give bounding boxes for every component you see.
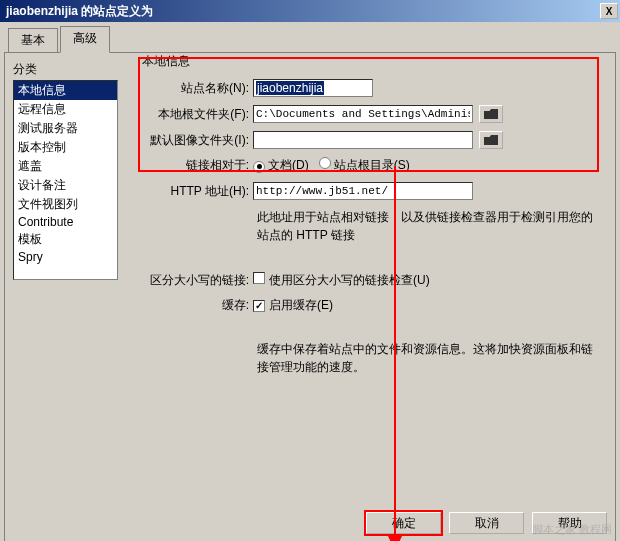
group-legend: 本地信息 bbox=[138, 53, 194, 70]
sidebar-item-spry[interactable]: Spry bbox=[14, 249, 117, 265]
cache-info-text: 缓存中保存着站点中的文件和资源信息。这将加快资源面板和链接管理功能的速度。 bbox=[257, 340, 599, 376]
radio-icon bbox=[319, 157, 331, 169]
radio-siteroot[interactable]: 站点根目录(S) bbox=[319, 157, 410, 174]
sidebar-item-cloak[interactable]: 遮盖 bbox=[14, 157, 117, 176]
radio-document[interactable]: 文档(D) bbox=[253, 157, 309, 174]
main-panel: 本地信息 站点名称(N): jiaobenzhijia 本地根文件夹(F): 默… bbox=[118, 61, 607, 494]
site-name-field[interactable]: jiaobenzhijia bbox=[253, 79, 373, 97]
default-img-field[interactable] bbox=[253, 131, 473, 149]
http-addr-label: HTTP 地址(H): bbox=[138, 183, 253, 200]
sidebar-item-template[interactable]: 模板 bbox=[14, 230, 117, 249]
sidebar-item-version[interactable]: 版本控制 bbox=[14, 138, 117, 157]
ok-button[interactable]: 确定 bbox=[366, 512, 441, 534]
sidebar-item-local[interactable]: 本地信息 bbox=[14, 81, 117, 100]
local-root-field[interactable] bbox=[253, 105, 473, 123]
checkbox-icon bbox=[253, 272, 265, 284]
cache-checkbox[interactable]: ✓启用缓存(E) bbox=[253, 297, 333, 314]
browse-img-button[interactable] bbox=[479, 131, 503, 149]
category-list[interactable]: 本地信息 远程信息 测试服务器 版本控制 遮盖 设计备注 文件视图列 Contr… bbox=[13, 80, 118, 280]
links-rel-label: 链接相对于: bbox=[138, 157, 253, 174]
cancel-button[interactable]: 取消 bbox=[449, 512, 524, 534]
sidebar-item-contribute[interactable]: Contribute bbox=[14, 214, 117, 230]
checkbox-icon: ✓ bbox=[253, 300, 265, 312]
site-name-label: 站点名称(N): bbox=[138, 80, 253, 97]
close-icon[interactable]: X bbox=[600, 3, 618, 19]
browse-root-button[interactable] bbox=[479, 105, 503, 123]
case-links-label: 区分大小写的链接: bbox=[138, 272, 253, 289]
svg-marker-1 bbox=[387, 534, 403, 541]
default-img-label: 默认图像文件夹(I): bbox=[138, 132, 253, 149]
local-root-label: 本地根文件夹(F): bbox=[138, 106, 253, 123]
category-label: 分类 bbox=[13, 61, 118, 78]
http-addr-field[interactable] bbox=[253, 182, 473, 200]
http-info-text: 此地址用于站点相对链接，以及供链接检查器用于检测引用您的站点的 HTTP 链接 bbox=[257, 208, 599, 244]
sidebar-item-notes[interactable]: 设计备注 bbox=[14, 176, 117, 195]
cache-label: 缓存: bbox=[138, 297, 253, 314]
sidebar-item-test[interactable]: 测试服务器 bbox=[14, 119, 117, 138]
tab-basic[interactable]: 基本 bbox=[8, 28, 58, 52]
local-info-group: 本地信息 站点名称(N): jiaobenzhijia 本地根文件夹(F): 默… bbox=[130, 61, 607, 394]
tab-bar: 基本 高级 bbox=[0, 22, 620, 52]
window-title: jiaobenzhijia 的站点定义为 bbox=[2, 3, 153, 20]
watermark-text: 脚本之家 教程网 bbox=[532, 522, 612, 537]
sidebar-item-fileview[interactable]: 文件视图列 bbox=[14, 195, 117, 214]
titlebar: jiaobenzhijia 的站点定义为 X bbox=[0, 0, 620, 22]
content-pane: 分类 本地信息 远程信息 测试服务器 版本控制 遮盖 设计备注 文件视图列 Co… bbox=[4, 52, 616, 541]
radio-icon bbox=[253, 161, 265, 173]
folder-icon bbox=[484, 135, 498, 145]
folder-icon bbox=[484, 109, 498, 119]
sidebar-item-remote[interactable]: 远程信息 bbox=[14, 100, 117, 119]
tab-advanced[interactable]: 高级 bbox=[60, 26, 110, 53]
case-checkbox[interactable]: 使用区分大小写的链接检查(U) bbox=[253, 272, 430, 289]
